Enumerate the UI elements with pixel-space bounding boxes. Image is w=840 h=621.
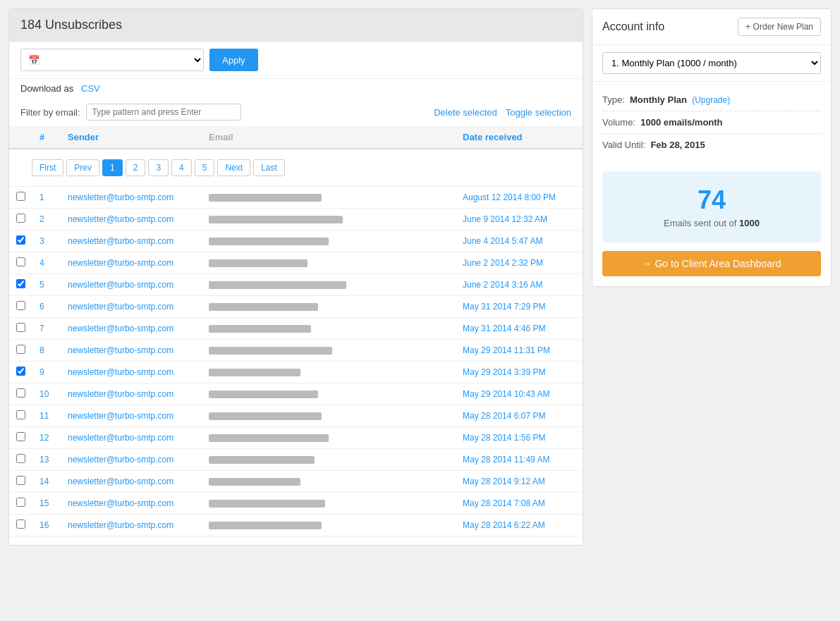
row-num: 2 (32, 209, 61, 230)
table-row: 3newsletter@turbo-smtp.comJune 4 2014 5:… (9, 230, 583, 252)
plan-select[interactable]: 1. Monthly Plan (1000 / month) (602, 52, 821, 74)
table-row: 9newsletter@turbo-smtp.comMay 29 2014 3:… (9, 362, 583, 383)
page-btn-page-5[interactable]: 5 (195, 159, 215, 176)
row-checkbox-9[interactable] (16, 367, 25, 376)
row-checkbox-16[interactable] (16, 519, 25, 529)
table-row: 4newsletter@turbo-smtp.comJune 2 2014 2:… (9, 252, 583, 274)
row-checkbox-10[interactable] (16, 388, 25, 398)
bulk-action-select[interactable]: 📅 (20, 49, 204, 71)
row-date: May 28 2014 1:56 PM (456, 427, 583, 449)
row-email (202, 318, 456, 340)
row-sender[interactable]: newsletter@turbo-smtp.com (61, 471, 202, 493)
row-date: May 28 2014 9:12 AM (456, 471, 583, 493)
table-row: 11newsletter@turbo-smtp.comMay 28 2014 6… (9, 405, 583, 427)
row-sender[interactable]: newsletter@turbo-smtp.com (61, 383, 202, 405)
row-email (202, 493, 456, 515)
row-email (202, 274, 456, 296)
valid-label: Valid Until: (602, 140, 645, 150)
row-num: 5 (32, 274, 61, 296)
row-sender[interactable]: newsletter@turbo-smtp.com (61, 274, 202, 296)
page-btn-next[interactable]: Next (217, 159, 250, 176)
row-sender[interactable]: newsletter@turbo-smtp.com (61, 252, 202, 274)
row-num: 11 (32, 405, 61, 427)
row-sender[interactable]: newsletter@turbo-smtp.com (61, 493, 202, 515)
table-row: 12newsletter@turbo-smtp.comMay 28 2014 1… (9, 427, 583, 449)
row-email (202, 187, 456, 209)
row-sender[interactable]: newsletter@turbo-smtp.com (61, 209, 202, 230)
col-header-checkbox (9, 126, 32, 149)
row-email (202, 405, 456, 427)
toggle-selection-link[interactable]: Toggle selection (506, 107, 571, 118)
row-sender[interactable]: newsletter@turbo-smtp.com (61, 405, 202, 427)
row-checkbox-5[interactable] (16, 279, 25, 288)
row-email (202, 515, 456, 536)
row-num: 12 (32, 427, 61, 449)
row-num: 13 (32, 449, 61, 471)
page-btn-prev[interactable]: Prev (66, 159, 99, 176)
row-checkbox-2[interactable] (16, 214, 25, 223)
emails-sent-label: Emails sent out of 1000 (616, 218, 807, 228)
row-num: 16 (32, 515, 61, 536)
row-checkbox-3[interactable] (16, 235, 25, 245)
page-btn-page-4[interactable]: 4 (171, 159, 192, 176)
row-email (202, 427, 456, 449)
row-email (202, 209, 456, 230)
order-new-plan-button[interactable]: + Order New Plan (738, 18, 821, 36)
row-checkbox-12[interactable] (16, 432, 25, 441)
delete-selected-link[interactable]: Delete selected (434, 107, 497, 118)
page-btn-page-2[interactable]: 2 (126, 159, 146, 176)
dashboard-button[interactable]: → Go to Client Area Dashboard (602, 251, 821, 276)
row-sender[interactable]: newsletter@turbo-smtp.com (61, 296, 202, 318)
row-checkbox-4[interactable] (16, 257, 25, 266)
row-sender[interactable]: newsletter@turbo-smtp.com (61, 362, 202, 383)
row-num: 14 (32, 471, 61, 493)
row-date: May 29 2014 3:39 PM (456, 362, 583, 383)
row-sender[interactable]: newsletter@turbo-smtp.com (61, 318, 202, 340)
filter-input[interactable] (86, 104, 241, 121)
col-header-num: # (32, 126, 61, 149)
row-sender[interactable]: newsletter@turbo-smtp.com (61, 230, 202, 252)
row-checkbox-11[interactable] (16, 410, 25, 419)
row-sender[interactable]: newsletter@turbo-smtp.com (61, 515, 202, 536)
emails-sent-number: 74 (616, 185, 807, 215)
row-date: May 28 2014 6:07 PM (456, 405, 583, 427)
col-header-date: Date received (456, 126, 583, 149)
row-num: 4 (32, 252, 61, 274)
upgrade-link[interactable]: (Upgrade) (692, 95, 730, 105)
page-btn-first[interactable]: First (32, 159, 63, 176)
page-btn-page-1[interactable]: 1 (102, 159, 123, 176)
row-sender[interactable]: newsletter@turbo-smtp.com (61, 449, 202, 471)
row-date: May 29 2014 11:31 PM (456, 340, 583, 362)
valid-value: Feb 28, 2015 (650, 140, 705, 150)
page-btn-last[interactable]: Last (253, 159, 285, 176)
account-info-title: Account info (602, 20, 664, 33)
row-date: May 28 2014 11:49 AM (456, 449, 583, 471)
row-checkbox-8[interactable] (16, 345, 25, 354)
table-row: 7newsletter@turbo-smtp.comMay 31 2014 4:… (9, 318, 583, 340)
row-date: May 31 2014 4:46 PM (456, 318, 583, 340)
row-num: 15 (32, 493, 61, 515)
row-email (202, 449, 456, 471)
volume-value: 1000 emails/month (640, 117, 722, 128)
row-num: 8 (32, 340, 61, 362)
row-email (202, 340, 456, 362)
row-date: June 9 2014 12:32 AM (456, 209, 583, 230)
row-sender[interactable]: newsletter@turbo-smtp.com (61, 427, 202, 449)
row-checkbox-1[interactable] (16, 192, 25, 201)
row-checkbox-15[interactable] (16, 498, 25, 507)
row-date: May 31 2014 7:29 PM (456, 296, 583, 318)
row-checkbox-7[interactable] (16, 323, 25, 332)
row-checkbox-13[interactable] (16, 454, 25, 463)
page-btn-page-3[interactable]: 3 (148, 159, 169, 176)
row-sender[interactable]: newsletter@turbo-smtp.com (61, 340, 202, 362)
table-row: 8newsletter@turbo-smtp.comMay 29 2014 11… (9, 340, 583, 362)
col-header-email: Email (202, 126, 456, 149)
page-title: 184 Unsubscribes (20, 18, 571, 32)
row-date: May 28 2014 7:08 AM (456, 493, 583, 515)
row-date: May 29 2014 10:43 AM (456, 383, 583, 405)
row-checkbox-14[interactable] (16, 476, 25, 485)
csv-link[interactable]: CSV (81, 83, 100, 94)
row-sender[interactable]: newsletter@turbo-smtp.com (61, 187, 202, 209)
row-checkbox-6[interactable] (16, 301, 25, 310)
apply-button[interactable]: Apply (209, 49, 258, 71)
